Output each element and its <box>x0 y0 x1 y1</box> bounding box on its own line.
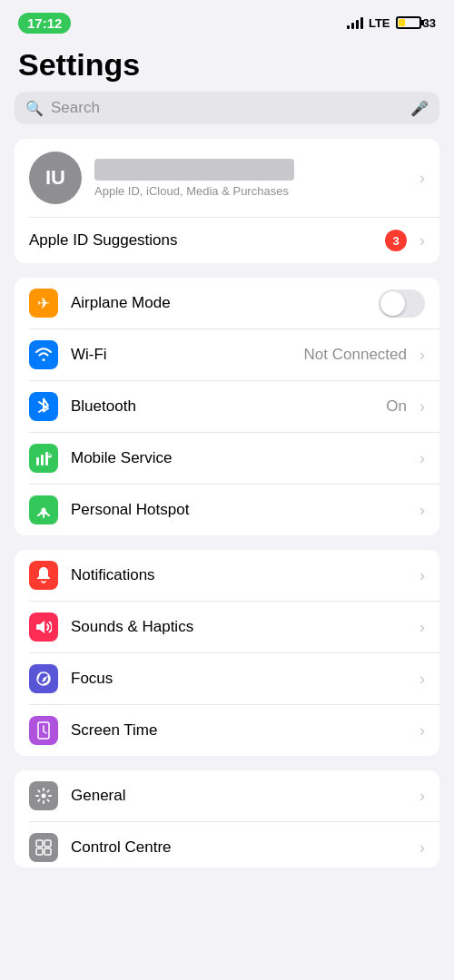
status-bar: 17:12 LTE 33 <box>0 0 454 40</box>
focus-row[interactable]: Focus › <box>15 653 439 704</box>
bluetooth-icon <box>29 392 58 421</box>
battery-fill <box>399 19 405 26</box>
sounds-haptics-icon <box>29 612 58 642</box>
chevron-right-icon: › <box>419 787 425 806</box>
svg-point-7 <box>42 794 46 799</box>
status-right: LTE 33 <box>347 16 436 30</box>
wifi-row[interactable]: Wi-Fi Not Connected › <box>15 329 439 380</box>
airplane-mode-label: Airplane Mode <box>71 294 366 312</box>
chevron-right-icon: › <box>419 838 425 858</box>
sounds-haptics-row[interactable]: Sounds & Haptics › <box>15 602 439 652</box>
personal-hotspot-row[interactable]: Personal Hotspot › <box>15 485 439 535</box>
general-card: General › Control Centre › <box>15 770 439 867</box>
chevron-right-icon: › <box>419 501 425 520</box>
mobile-service-row[interactable]: Mobile Service › <box>15 433 439 484</box>
svg-rect-11 <box>44 848 51 855</box>
chevron-right-icon: › <box>419 566 425 585</box>
system-card: Notifications › Sounds & Haptics › Focus… <box>15 550 439 756</box>
mobile-service-label: Mobile Service <box>71 449 407 467</box>
screen-time-icon <box>29 716 58 745</box>
airplane-mode-toggle[interactable] <box>379 289 425 318</box>
connectivity-card: ✈ Airplane Mode Wi-Fi Not Connected › Bl… <box>15 278 439 535</box>
focus-icon <box>29 664 58 693</box>
search-bar[interactable]: 🔍 Search 🎤 <box>15 92 439 124</box>
search-input[interactable]: Search <box>51 99 403 117</box>
notifications-row[interactable]: Notifications › <box>15 550 439 601</box>
focus-label: Focus <box>71 670 407 688</box>
wifi-icon <box>29 340 58 369</box>
control-centre-icon <box>29 833 58 862</box>
mobile-service-icon <box>29 444 58 473</box>
screen-time-row[interactable]: Screen Time › <box>15 705 439 756</box>
general-label: General <box>71 787 407 805</box>
battery-indicator: 33 <box>396 16 436 30</box>
apple-id-badge: 3 <box>385 230 407 251</box>
profile-row[interactable]: IU Apple ID, iCloud, Media & Purchases › <box>15 139 439 217</box>
battery-percentage: 33 <box>423 16 436 30</box>
svg-rect-1 <box>41 455 44 466</box>
general-row[interactable]: General › <box>15 770 439 821</box>
avatar: IU <box>29 152 82 204</box>
personal-hotspot-icon <box>29 495 58 524</box>
chevron-right-icon: › <box>419 346 425 365</box>
wifi-value: Not Connected <box>304 346 407 364</box>
chevron-right-icon: › <box>419 169 425 188</box>
toggle-thumb <box>380 291 405 316</box>
profile-card: IU Apple ID, iCloud, Media & Purchases ›… <box>15 139 439 263</box>
chevron-right-icon: › <box>419 231 425 250</box>
screen-time-label: Screen Time <box>71 721 407 740</box>
chevron-right-icon: › <box>419 618 425 637</box>
signal-icon <box>347 16 363 29</box>
battery-icon <box>396 16 421 29</box>
profile-name <box>94 159 294 181</box>
bluetooth-label: Bluetooth <box>71 397 373 416</box>
wifi-label: Wi-Fi <box>71 346 291 364</box>
network-type: LTE <box>369 16 390 30</box>
svg-rect-9 <box>44 840 51 847</box>
apple-id-suggestions-row[interactable]: Apple ID Suggestions 3 › <box>15 218 439 263</box>
bluetooth-value: On <box>386 397 407 416</box>
notifications-icon <box>29 561 58 590</box>
chevron-right-icon: › <box>419 397 425 416</box>
general-icon <box>29 781 58 810</box>
apple-id-suggestions-label: Apple ID Suggestions <box>29 231 372 250</box>
sounds-haptics-label: Sounds & Haptics <box>71 618 407 636</box>
bluetooth-row[interactable]: Bluetooth On › <box>15 381 439 432</box>
chevron-right-icon: › <box>419 721 425 740</box>
chevron-right-icon: › <box>419 670 425 689</box>
status-time: 17:12 <box>18 13 71 34</box>
control-centre-label: Control Centre <box>71 838 407 857</box>
svg-rect-8 <box>36 840 43 847</box>
svg-rect-0 <box>36 457 39 466</box>
page-title: Settings <box>0 40 454 92</box>
svg-rect-10 <box>36 848 43 855</box>
search-icon: 🔍 <box>25 100 44 117</box>
profile-info: Apple ID, iCloud, Media & Purchases <box>94 159 407 198</box>
airplane-mode-icon: ✈ <box>29 289 58 318</box>
microphone-icon[interactable]: 🎤 <box>410 100 429 117</box>
chevron-right-icon: › <box>419 449 425 468</box>
personal-hotspot-label: Personal Hotspot <box>71 501 407 519</box>
profile-subtitle: Apple ID, iCloud, Media & Purchases <box>94 184 407 198</box>
control-centre-row[interactable]: Control Centre › <box>15 822 439 867</box>
notifications-label: Notifications <box>71 566 407 584</box>
airplane-mode-row[interactable]: ✈ Airplane Mode <box>15 278 439 328</box>
